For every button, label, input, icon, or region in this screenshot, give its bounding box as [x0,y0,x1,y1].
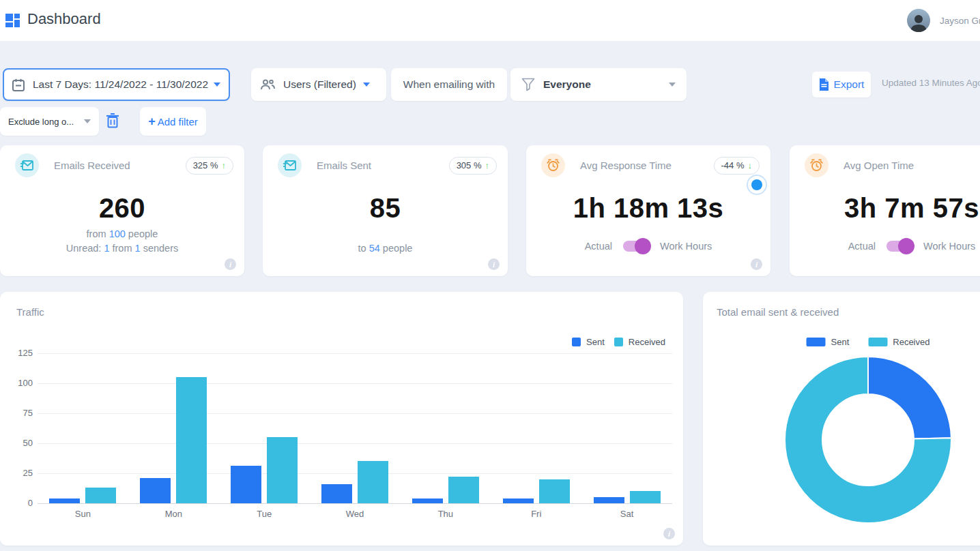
stat-card-avg-open-time: Avg Open Time 3h 7m 57s Actual Work Hour… [790,145,980,276]
alarm-clock-icon [541,153,565,177]
bar-received-sat [630,491,661,503]
users-filter-label: Users (Filtered) [283,78,356,91]
when-emailing-with-label: When emailing with [403,78,495,91]
traffic-chart-card: Traffic Sent Received 0255075100125 SunM… [0,292,683,546]
stat-title: Emails Sent [317,160,371,171]
stat-subline: Unread: 1 from 1 senders [0,241,244,256]
avatar[interactable] [907,9,930,32]
person-silhouette-icon [909,12,928,32]
stat-value: 1h 18m 13s [526,193,770,224]
gridline [38,413,672,414]
chevron-down-icon [84,119,91,123]
exclude-filter-dropdown[interactable]: Exclude long o... [0,107,99,136]
stat-subline: to 54 people [263,241,508,256]
bar-sent-thu [412,498,443,503]
trend-up-icon: ↑ [485,160,490,170]
add-filter-label: Add filter [158,116,198,128]
trend-up-icon: ↑ [222,160,227,170]
info-icon[interactable] [751,258,762,270]
export-button[interactable]: Export [812,72,871,98]
bar-sent-tue [231,466,261,503]
y-tick-label: 0 [5,498,33,508]
y-tick-label: 75 [5,408,33,418]
chevron-down-icon [363,83,370,87]
when-emailing-with-label-box: When emailing with [391,68,507,101]
stat-subtext: to 54 people [263,241,508,256]
selected-radio-indicator[interactable] [747,175,767,195]
x-axis-labels: SunMonTueWedThuFriSat [38,509,672,519]
legend-item-sent[interactable]: Sent [572,337,605,347]
work-hours-toggle[interactable] [887,241,912,252]
delete-filter-button[interactable] [103,111,122,132]
bar-sent-mon [140,478,171,503]
x-tick-label: Fri [491,509,581,519]
dashboard-screen: Dashboard Jayson Gr Last 7 Days: 11/24/2… [0,0,980,551]
legend-item-received[interactable]: Received [614,337,665,347]
bar-received-wed [358,461,388,503]
info-icon[interactable] [225,258,236,270]
x-tick-label: Tue [219,509,310,519]
toggle-knob [635,238,651,254]
stat-value: 260 [0,193,244,224]
stat-card-avg-response-time: Avg Response Time -44 % ↓ 1h 18m 13s Act… [526,145,770,276]
y-tick-label: 100 [5,378,33,388]
chevron-down-icon [669,83,676,87]
user-name[interactable]: Jayson Gr [940,16,980,26]
bar-sent-sun [49,498,80,503]
x-tick-label: Mon [128,509,219,519]
last-updated-text: Updated 13 Minutes Ago [882,78,980,88]
bar-received-mon [176,377,207,503]
legend-item-received[interactable]: Received [868,337,929,347]
contact-filter-dropdown[interactable]: Everyone [510,68,687,101]
stat-value: 3h 7m 57s [790,193,980,224]
bar-received-fri [539,479,570,503]
donut-legend: Sent Received [807,337,930,347]
gridline [38,383,672,384]
funnel-icon [521,78,535,91]
toggle-left-label: Actual [848,241,876,252]
work-hours-toggle[interactable] [623,241,649,252]
bar-received-tue [267,437,298,503]
info-icon[interactable] [488,258,500,270]
trend-down-icon: ↓ [748,160,753,170]
stat-card-header: Avg Response Time -44 % ↓ [526,145,770,177]
calendar-icon [12,78,25,91]
traffic-legend: Sent Received [572,337,665,347]
legend-item-sent[interactable]: Sent [807,337,850,347]
bar-received-thu [448,477,479,503]
envelope-icon [278,153,302,177]
chart-title: Total email sent & received [717,306,839,318]
toggle-knob [898,238,914,254]
hours-mode-toggle-row: Actual Work Hours [526,241,770,252]
bar-sent-wed [321,484,352,503]
y-tick-label: 25 [5,468,33,478]
received-swatch [868,338,887,346]
info-icon[interactable] [663,528,675,539]
trend-badge: 305 % ↑ [449,157,497,175]
legend-label: Received [629,337,665,347]
alarm-clock-icon [805,153,828,177]
x-tick-label: Wed [310,509,401,519]
gridline [38,473,672,474]
legend-label: Received [893,337,929,347]
received-swatch [614,338,623,346]
stat-value: 85 [263,193,508,224]
x-tick-label: Thu [400,509,491,519]
bar-received-sun [85,488,116,503]
stat-title: Avg Open Time [844,160,914,171]
envelope-icon [15,153,39,177]
bar-plot-area [38,353,672,503]
stat-subtext: from 100 people Unread: 1 from 1 senders [0,227,244,256]
donut-slice-sent [868,357,951,438]
date-range-label: Last 7 Days: 11/24/2022 - 11/30/2022 [33,78,208,91]
add-filter-button[interactable]: + Add filter [140,107,206,136]
legend-label: Sent [831,337,850,347]
users-filter-dropdown[interactable]: Users (Filtered) [251,68,386,101]
users-icon [261,79,275,90]
date-range-picker[interactable]: Last 7 Days: 11/24/2022 - 11/30/2022 [3,68,230,101]
stat-card-header: Emails Sent 305 % ↑ [263,145,508,177]
trash-icon [106,113,119,128]
stat-card-emails-received: Emails Received 325 % ↑ 260 from 100 peo… [0,145,244,276]
stat-card-emails-sent: Emails Sent 305 % ↑ 85 to 54 people [263,145,508,276]
sent-swatch [572,338,581,346]
